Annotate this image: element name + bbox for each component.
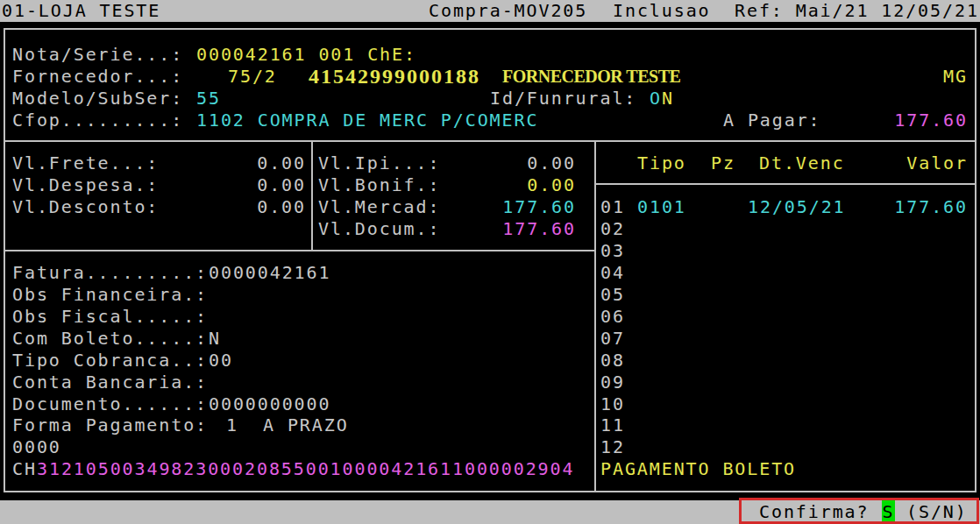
documento-value: 0000000000 — [209, 393, 330, 415]
installment-row-num: 11 — [600, 414, 625, 436]
a-pagar-value: 177.60 — [894, 110, 968, 131]
extra-code: 0000 — [12, 436, 61, 458]
outer-border-bottom — [4, 491, 976, 492]
installment-row-num: 08 — [600, 350, 625, 372]
installment-row-num: 05 — [600, 284, 625, 306]
ipi-value: 0.00 — [527, 152, 576, 174]
fornecedor-label: Fornecedor...: — [12, 66, 183, 88]
despesa-label: Vl.Despesa.: — [12, 174, 159, 196]
installment-row-num: 04 — [600, 262, 625, 284]
docum-value: 177.60 — [502, 218, 576, 240]
chave-prefix: CH — [12, 458, 37, 480]
funrural-label: Id/Funrural: — [490, 88, 636, 110]
fornecedor-cnpj: 41542999000188 — [309, 66, 480, 88]
installment-row-num: 12 — [600, 436, 625, 458]
installment-row-num: 01 — [600, 196, 625, 218]
docum-label: Vl.Docum.: — [318, 218, 440, 240]
outer-border-top — [4, 28, 976, 30]
header-box-divider — [4, 140, 976, 142]
column-header-dt-venc: Dt.Venc — [759, 152, 845, 174]
installment-row-num: 03 — [600, 240, 625, 262]
obs-fiscal-label: Obs Fiscal.....: — [12, 306, 208, 328]
bonif-value: 0.00 — [527, 174, 576, 196]
fornecedor-name: FORNECEDOR TESTE — [502, 66, 680, 88]
installment-row-num: 02 — [600, 218, 625, 240]
bonif-label: Vl.Bonif.: — [318, 174, 440, 196]
a-pagar-label: A Pagar: — [723, 110, 821, 131]
com-boleto-value: N — [209, 328, 221, 350]
column-header-pz: Pz — [711, 152, 735, 174]
fatura-value: 0000042161 — [209, 262, 330, 284]
funrural-value-n: N — [662, 88, 674, 110]
mercad-label: Vl.Mercad: — [318, 196, 440, 218]
obs-financeira-label: Obs Financeira.: — [12, 284, 208, 306]
installment-row-tipo: 0101 — [637, 196, 686, 218]
com-boleto-label: Com Boleto.....: — [12, 328, 208, 350]
mercad-value: 177.60 — [502, 196, 576, 218]
desconto-value: 0.00 — [257, 196, 306, 218]
top-status-bar: 01-LOJA TESTE Compra-MOV205 Inclusao Ref… — [0, 0, 980, 22]
forma-pagamento-code: 1 — [226, 414, 238, 436]
installment-row-num: 10 — [600, 393, 625, 415]
confirm-prompt-highlight-border — [739, 498, 979, 524]
frete-value: 0.00 — [257, 152, 306, 174]
cfop-label: Cfop.........: — [12, 110, 183, 131]
ipi-label: Vl.Ipi...: — [318, 152, 440, 174]
funrural-value-o: O — [650, 88, 662, 110]
installment-row-valor: 177.60 — [894, 196, 968, 218]
terminal-screen: 01-LOJA TESTE Compra-MOV205 Inclusao Ref… — [0, 0, 980, 524]
installment-row-num: 07 — [600, 328, 625, 350]
modelo-label: Modelo/SubSer: — [12, 88, 183, 110]
cfop-value: 1102 COMPRA DE MERC P/COMERC — [196, 110, 538, 131]
forma-pagamento-label: Forma Pagamento: — [12, 414, 208, 436]
forma-pagamento-desc: A PRAZO — [263, 414, 349, 436]
modelo-value: 55 — [196, 88, 221, 110]
fornecedor-uf: MG — [943, 66, 968, 88]
program-title: Compra-MOV205 — [429, 0, 587, 22]
chave-acesso: 3121050034982300020855001000042161100000… — [37, 458, 574, 480]
nota-serie-label: Nota/Serie...: — [12, 44, 183, 66]
mode-label: Inclusao — [613, 0, 711, 22]
installments-footer: PAGAMENTO BOLETO — [600, 458, 796, 480]
installment-row-num: 09 — [600, 372, 625, 393]
reference-label: Ref: Mai/21 12/05/21 — [735, 0, 979, 22]
installment-row-num: 06 — [600, 306, 625, 328]
column-header-valor: Valor — [906, 152, 968, 174]
installment-row-dt-venc: 12/05/21 — [748, 196, 846, 218]
despesa-value: 0.00 — [257, 174, 306, 196]
column-header-tipo: Tipo — [637, 152, 686, 174]
nota-serie-value: 000042161 001 ChE: — [196, 44, 416, 66]
tipo-cobranca-value: 00 — [209, 350, 233, 372]
fornecedor-code: 75/2 — [228, 66, 277, 88]
frete-label: Vl.Frete...: — [12, 152, 159, 174]
conta-bancaria-label: Conta Bancaria.: — [12, 372, 208, 393]
documento-label: Documento......: — [12, 393, 208, 415]
tipo-cobranca-label: Tipo Cobranca..: — [12, 350, 208, 372]
fatura-label: Fatura.........: — [12, 262, 208, 284]
desconto-label: Vl.Desconto: — [12, 196, 159, 218]
company-title: 01-LOJA TESTE — [2, 0, 160, 22]
